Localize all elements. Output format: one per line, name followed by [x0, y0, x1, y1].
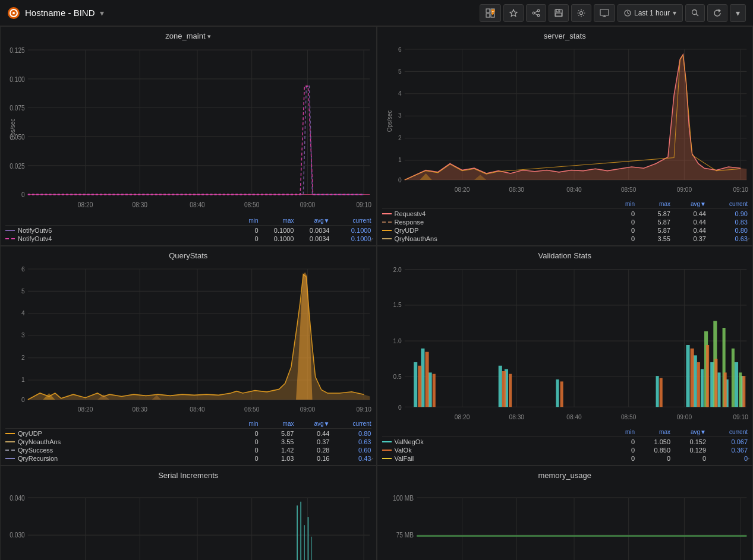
- svg-text:4: 4: [398, 90, 402, 97]
- svg-line-15: [535, 11, 538, 12]
- svg-rect-169: [723, 372, 726, 407]
- share-button[interactable]: [526, 4, 546, 22]
- swatch-valok: [382, 450, 392, 451]
- swatch-qryudp: [5, 433, 15, 434]
- swatch-qryudp-server: [382, 230, 392, 231]
- more-icon: ▾: [736, 8, 740, 18]
- svg-rect-166: [697, 362, 700, 407]
- legend-avg-label: avg▼: [314, 217, 329, 224]
- svg-line-29: [697, 14, 699, 17]
- svg-point-13: [533, 12, 535, 14]
- toolbar: +: [480, 4, 746, 22]
- svg-point-2: [12, 12, 15, 14]
- svg-rect-159: [425, 352, 429, 407]
- panel-server-stats: server_stats Ops/sec 6 5: [377, 26, 754, 246]
- search-button[interactable]: [685, 4, 705, 22]
- svg-rect-144: [656, 376, 659, 407]
- svg-text:5: 5: [21, 287, 25, 294]
- swatch-notifyoutv4: [5, 238, 15, 239]
- chart-svg-serial-increments: 0.040 0.030 0.020 0.010 08:20 08:30 08:4…: [1, 482, 376, 560]
- svg-text:0.040: 0.040: [10, 493, 25, 502]
- legend-current-label: current: [352, 217, 371, 224]
- svg-rect-168: [714, 359, 717, 407]
- svg-text:08:50: 08:50: [620, 185, 636, 192]
- svg-text:0.125: 0.125: [10, 46, 24, 54]
- svg-text:1.5: 1.5: [393, 301, 401, 309]
- svg-text:08:40: 08:40: [566, 185, 582, 192]
- svg-text:08:20: 08:20: [78, 201, 93, 209]
- svg-rect-138: [414, 362, 417, 407]
- svg-text:+: +: [492, 10, 494, 13]
- legend-max-label: max: [283, 217, 294, 224]
- panel-memory-usage: memory_usage 100 MB 75 MB 50 MB 25 MB 08…: [377, 466, 754, 560]
- svg-text:0.100: 0.100: [10, 75, 24, 83]
- panel-title-zone-maint: zone_maint ▾: [1, 27, 376, 43]
- svg-line-16: [535, 13, 538, 14]
- svg-marker-30: [719, 9, 721, 12]
- legend-row-valok: ValOk 0 0.850 0.129 0.367: [382, 446, 748, 454]
- tv-mode-button[interactable]: [594, 4, 615, 22]
- svg-text:08:40: 08:40: [190, 201, 204, 209]
- svg-text:0.025: 0.025: [10, 162, 24, 170]
- expand-icon-server-stats[interactable]: ⤢: [745, 236, 750, 243]
- expand-icon-validation-stats[interactable]: ⤢: [745, 456, 750, 463]
- expand-icon-zone-maint[interactable]: ⤢: [369, 236, 374, 243]
- svg-text:08:30: 08:30: [133, 405, 148, 412]
- svg-text:0.030: 0.030: [10, 530, 25, 539]
- svg-text:1: 1: [21, 376, 25, 383]
- legend-zone-maint: min max avg▼ current NotifyOutv6 0 0.100…: [1, 216, 376, 245]
- legend-row-qryudp: QryUDP 0 5.87 0.44 0.80: [5, 429, 371, 438]
- legend-row-valfail: ValFail 0 0 0 0: [382, 454, 748, 463]
- svg-rect-147: [700, 369, 703, 407]
- time-range-label: Last 1 hour: [634, 9, 670, 17]
- star-button[interactable]: [503, 4, 524, 22]
- chart-svg-zone-maint: 0.125 0.100 0.075 0.050 0.025 0 08:20 08…: [1, 43, 376, 216]
- chart-svg-query-stats: 6 5 4 3 2 1 0 08:20 08:30 08:40 08:50 09…: [1, 262, 376, 419]
- svg-text:1: 1: [398, 156, 402, 163]
- svg-rect-18: [556, 10, 560, 12]
- svg-text:09:00: 09:00: [676, 185, 692, 192]
- settings-button[interactable]: [571, 4, 591, 22]
- chart-svg-server-stats: 6 5 4 3 2 1 0 08:20 08:30 08:40 08:50 09…: [377, 43, 753, 200]
- swatch-qrynoauthans-server: [382, 238, 392, 239]
- panel-title-server-stats: server_stats: [377, 27, 753, 43]
- legend-row-qrysuccess: QrySuccess 0 1.42 0.28 0.60: [5, 446, 371, 454]
- svg-marker-82: [404, 55, 746, 180]
- time-range-button[interactable]: Last 1 hour ▾: [617, 4, 683, 22]
- svg-text:3: 3: [21, 331, 25, 338]
- refresh-button[interactable]: [707, 4, 727, 22]
- svg-text:2: 2: [21, 354, 25, 361]
- swatch-qryrecursion: [5, 458, 15, 459]
- svg-rect-164: [659, 378, 662, 407]
- more-button[interactable]: ▾: [730, 4, 746, 22]
- svg-rect-160: [432, 374, 435, 407]
- svg-rect-158: [418, 366, 421, 407]
- svg-text:0: 0: [398, 403, 402, 411]
- swatch-valnegok: [382, 441, 392, 442]
- add-panel-button[interactable]: +: [480, 4, 501, 22]
- y-axis-label-zone-maint: Ops/sec: [10, 119, 16, 141]
- svg-text:08:50: 08:50: [620, 413, 635, 420]
- expand-icon-query-stats[interactable]: ⤢: [369, 456, 374, 463]
- title-dropdown-arrow[interactable]: ▾: [100, 8, 104, 18]
- legend-label-notifyoutv6: NotifyOutv6: [5, 227, 223, 234]
- refresh-icon: [713, 9, 722, 17]
- save-button[interactable]: [549, 4, 569, 22]
- panel-serial-increments: Serial Increments 0.040 0.030 0.020 0.01…: [0, 466, 377, 560]
- chart-query-stats: 6 5 4 3 2 1 0 08:20 08:30 08:40 08:50 09…: [1, 262, 376, 419]
- svg-text:08:20: 08:20: [78, 405, 93, 412]
- svg-point-28: [692, 10, 697, 15]
- legend-row-qryrecursion: QryRecursion 0 1.03 0.16 0.43: [5, 454, 371, 463]
- save-icon: [554, 9, 563, 17]
- chart-serial-increments: 0.040 0.030 0.020 0.010 08:20 08:30 08:4…: [1, 482, 376, 560]
- svg-line-27: [628, 13, 629, 14]
- y-axis-label-server-stats: Ops/sec: [386, 110, 392, 132]
- svg-rect-143: [556, 379, 559, 407]
- svg-text:08:20: 08:20: [454, 413, 469, 420]
- panel-dropdown-zone-maint[interactable]: ▾: [207, 33, 211, 40]
- swatch-response: [382, 222, 392, 223]
- svg-rect-167: [706, 345, 709, 407]
- svg-text:08:30: 08:30: [509, 413, 524, 420]
- legend-row-valnegok: ValNegOk 0 1.050 0.152 0.067: [382, 438, 748, 446]
- legend-server-stats: min max avg▼ current Requestv4 0 5.87 0.…: [377, 200, 753, 245]
